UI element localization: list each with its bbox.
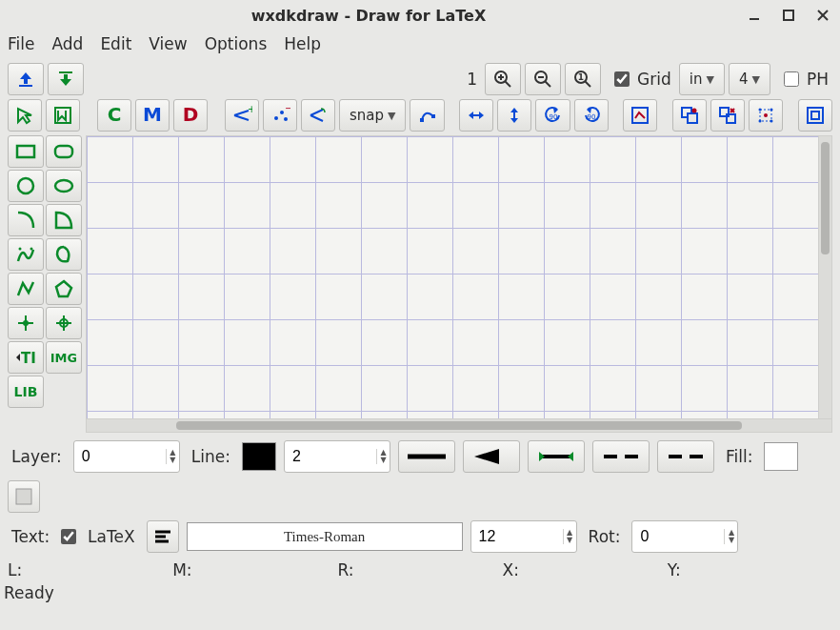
closed-polygon-tool[interactable] xyxy=(46,273,82,305)
line-color-swatch[interactable] xyxy=(242,442,276,471)
layer-move-down-button[interactable] xyxy=(48,63,84,95)
grid-step-dropdown[interactable]: 4 ▼ xyxy=(729,63,770,95)
rotate-ccw-button[interactable]: 90 xyxy=(535,99,570,132)
arrowhead-button[interactable] xyxy=(463,440,520,473)
crosshair-tool[interactable] xyxy=(46,307,82,339)
arc-tool[interactable] xyxy=(8,204,44,236)
menu-add[interactable]: Add xyxy=(51,34,83,53)
flip-vertical-button[interactable] xyxy=(497,99,531,132)
rotation-spinner[interactable]: ▲▼ xyxy=(631,520,738,553)
window-titlebar: wxdkdraw - Draw for LaTeX xyxy=(0,0,840,30)
menu-file[interactable]: File xyxy=(8,34,34,53)
canvas-container xyxy=(86,135,832,433)
copy-button[interactable]: C xyxy=(97,99,131,132)
delete-button[interactable]: D xyxy=(173,99,208,132)
line-width-spinner[interactable]: ▲▼ xyxy=(284,440,390,473)
svg-rect-1 xyxy=(784,10,793,20)
move-button[interactable]: M xyxy=(135,99,170,132)
image-tool[interactable]: IMG xyxy=(46,341,82,374)
svg-point-21 xyxy=(274,116,278,120)
open-polyline-tool[interactable] xyxy=(8,273,44,305)
grid-overlay xyxy=(87,136,818,418)
zoom-in-button[interactable] xyxy=(485,63,521,95)
layer-move-up-button[interactable] xyxy=(8,63,44,95)
line-width-input[interactable] xyxy=(285,448,376,465)
layer-input[interactable] xyxy=(74,448,166,465)
ellipse-tool[interactable] xyxy=(46,170,82,202)
rotation-input[interactable] xyxy=(632,528,724,545)
flip-horizontal-button[interactable] xyxy=(459,99,493,132)
grid-unit-dropdown[interactable]: in ▼ xyxy=(679,63,725,95)
property-bars: Layer: ▲▼ Line: ▲▼ Fill: Text: LaTeX Tim… xyxy=(0,433,840,553)
rotate-spline-button[interactable] xyxy=(410,99,444,132)
scrollbar-thumb[interactable] xyxy=(821,142,830,254)
zoom-reset-button[interactable]: 1 xyxy=(565,63,601,95)
toolbar-secondary: C M D + − snap ▼ 90 90 xyxy=(0,97,840,133)
font-size-spinner[interactable]: ▲▼ xyxy=(470,520,577,553)
snap-dropdown[interactable]: snap ▼ xyxy=(339,99,407,132)
scrollbar-thumb[interactable] xyxy=(176,421,742,430)
svg-text:D: D xyxy=(183,105,199,126)
text-align-button[interactable] xyxy=(147,520,179,553)
line-style-button[interactable] xyxy=(398,440,455,473)
select-tool-button[interactable] xyxy=(8,99,42,132)
text-tool[interactable]: TI xyxy=(8,341,44,374)
menu-options[interactable]: Options xyxy=(205,34,268,53)
layer-spinner[interactable]: ▲▼ xyxy=(73,440,180,473)
library-tool[interactable]: LIB xyxy=(8,376,44,408)
toolbar-primary: 1 1 Grid in ▼ 4 ▼ PH xyxy=(0,61,840,97)
region-select-tool-button[interactable] xyxy=(46,99,80,132)
rounded-rectangle-tool[interactable] xyxy=(46,135,82,168)
bounding-box-button[interactable] xyxy=(798,99,832,132)
horizontal-scrollbar[interactable] xyxy=(86,419,832,433)
menu-help[interactable]: Help xyxy=(284,34,321,53)
group-button[interactable] xyxy=(672,99,707,132)
fill-pattern-button[interactable] xyxy=(8,480,40,513)
status-bar: Ready xyxy=(0,579,840,606)
svg-point-55 xyxy=(23,320,29,326)
latex-label: LaTeX xyxy=(84,527,139,546)
point-tool[interactable] xyxy=(8,307,44,339)
grid-checkbox[interactable] xyxy=(614,71,630,87)
window-close-button[interactable] xyxy=(813,6,832,25)
svg-text:LIB: LIB xyxy=(14,384,38,399)
drawing-canvas[interactable] xyxy=(86,135,819,419)
dash-style-1-button[interactable] xyxy=(592,440,650,473)
svg-point-22 xyxy=(280,111,284,114)
rotate-cw-button[interactable]: 90 xyxy=(574,99,609,132)
point-delete-button[interactable]: − xyxy=(263,99,297,132)
properties-button[interactable] xyxy=(623,99,657,132)
circle-tool[interactable] xyxy=(8,170,44,202)
spin-down-icon[interactable]: ▼ xyxy=(725,537,737,544)
window-maximize-button[interactable] xyxy=(779,6,798,25)
spin-down-icon[interactable]: ▼ xyxy=(564,537,576,544)
pie-tool[interactable] xyxy=(46,204,82,236)
font-field[interactable]: Times-Roman xyxy=(187,522,463,551)
spin-down-icon[interactable]: ▼ xyxy=(167,457,179,464)
fill-color-swatch[interactable] xyxy=(764,442,798,471)
rectangle-tool[interactable] xyxy=(8,135,44,168)
menu-view[interactable]: View xyxy=(149,34,187,53)
placeholder-checkbox[interactable] xyxy=(784,71,799,87)
closed-spline-tool[interactable] xyxy=(46,238,82,271)
svg-rect-33 xyxy=(688,113,697,123)
svg-point-41 xyxy=(770,109,773,112)
window-minimize-button[interactable] xyxy=(745,6,764,25)
open-spline-tool[interactable] xyxy=(8,238,44,271)
dash-style-2-button[interactable] xyxy=(657,440,714,473)
point-move-button[interactable] xyxy=(301,99,335,132)
menu-edit[interactable]: Edit xyxy=(100,34,131,53)
align-button[interactable] xyxy=(749,99,783,132)
chevron-down-icon: ▼ xyxy=(706,73,713,86)
font-size-input[interactable] xyxy=(471,528,563,545)
zoom-out-button[interactable] xyxy=(525,63,561,95)
svg-rect-31 xyxy=(632,108,648,123)
vertical-scrollbar[interactable] xyxy=(819,135,832,419)
point-add-button[interactable]: + xyxy=(225,99,259,132)
line-ends-button[interactable] xyxy=(528,440,585,473)
spin-down-icon[interactable]: ▼ xyxy=(377,457,390,464)
ungroup-button[interactable] xyxy=(710,99,745,132)
svg-point-50 xyxy=(55,180,72,192)
svg-rect-46 xyxy=(811,112,819,119)
latex-checkbox[interactable] xyxy=(61,529,76,544)
